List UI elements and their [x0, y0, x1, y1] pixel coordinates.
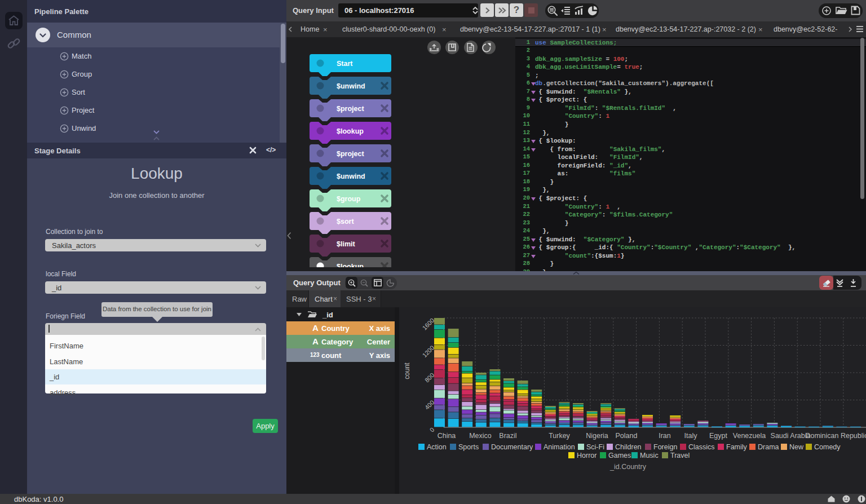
svg-text:Saudi Arabia: Saudi Arabia — [771, 432, 811, 440]
svg-text:$unwind: $unwind — [337, 82, 365, 90]
svg-text:Turkey: Turkey — [549, 432, 570, 440]
svg-text:Mexico: Mexico — [469, 432, 492, 440]
svg-text:Egypt: Egypt — [709, 432, 727, 440]
svg-text:Music: Music — [640, 452, 659, 459]
svg-text:Poland: Poland — [616, 432, 638, 440]
svg-text:Family: Family — [726, 443, 748, 451]
svg-text:New: New — [789, 443, 804, 451]
svg-text:$limit: $limit — [337, 240, 355, 248]
svg-text:Sci-Fi: Sci-Fi — [586, 443, 604, 451]
svg-text:Dominican Republic: Dominican Republic — [805, 432, 866, 440]
svg-text:$sort: $sort — [337, 218, 354, 226]
svg-text:Sports: Sports — [458, 443, 479, 451]
svg-text:$group: $group — [337, 195, 361, 203]
svg-text:$project: $project — [337, 150, 364, 158]
svg-text:Drama: Drama — [758, 443, 779, 451]
svg-text:$lookup: $lookup — [337, 263, 364, 268]
svg-text:$lookup: $lookup — [337, 127, 364, 135]
svg-text:Foreign: Foreign — [653, 443, 677, 451]
svg-text:Classics: Classics — [688, 443, 715, 451]
svg-text:_id.Country: _id.Country — [609, 463, 647, 471]
svg-text:Games: Games — [608, 452, 631, 459]
svg-text:Iran: Iran — [659, 432, 671, 440]
svg-text:China: China — [438, 432, 456, 440]
svg-text:Children: Children — [615, 443, 642, 451]
svg-text:Italy: Italy — [684, 432, 698, 440]
svg-text:$project: $project — [337, 105, 364, 113]
svg-text:Venezuela: Venezuela — [733, 432, 766, 440]
svg-text:Action: Action — [427, 443, 447, 451]
svg-text:Horror: Horror — [577, 452, 597, 459]
svg-text:Animation: Animation — [544, 443, 575, 451]
svg-text:$unwind: $unwind — [337, 173, 365, 180]
svg-text:Travel: Travel — [670, 452, 690, 459]
svg-text:Comedy: Comedy — [814, 443, 841, 451]
svg-text:Nigeria: Nigeria — [586, 432, 608, 440]
svg-text:Documentary: Documentary — [491, 443, 533, 451]
svg-text:Brazil: Brazil — [499, 432, 516, 440]
svg-text:Start: Start — [337, 60, 353, 68]
svg-text:count: count — [403, 362, 411, 379]
